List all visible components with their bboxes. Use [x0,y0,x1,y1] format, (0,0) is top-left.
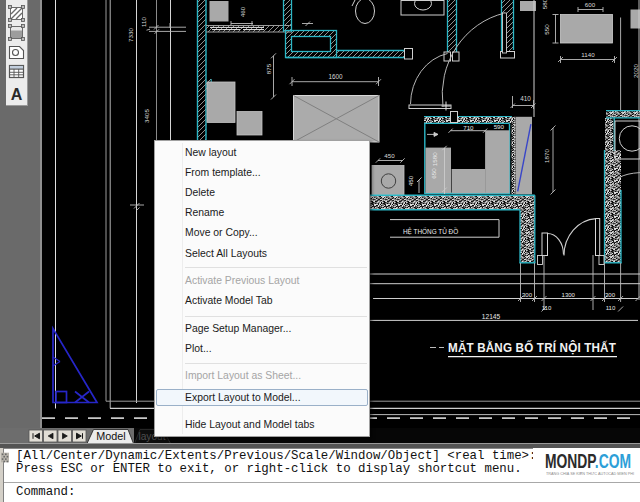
svg-text:2020: 2020 [632,64,639,78]
svg-text:110: 110 [606,305,616,311]
svg-text:12145: 12145 [482,313,501,320]
svg-text:300: 300 [522,292,533,298]
svg-text:110: 110 [140,17,147,27]
svg-text:450: 450 [384,152,395,159]
svg-text:A: A [11,86,23,103]
svg-text:1300: 1300 [562,292,576,298]
svg-text:1870: 1870 [543,149,550,163]
svg-text:450: 450 [407,175,414,186]
svg-text:3405: 3405 [143,109,150,123]
svg-text:710: 710 [463,124,474,131]
svg-text:590: 590 [494,123,505,130]
svg-text:HỆ THỐNG TỦ ĐỒ: HỆ THỐNG TỦ ĐỒ [403,226,458,235]
svg-text:410: 410 [520,95,531,102]
svg-text:650: 650 [430,168,437,179]
svg-text:580: 580 [541,0,548,9]
svg-text:875: 875 [265,63,272,74]
svg-text:7330: 7330 [127,28,134,42]
svg-text:460: 460 [239,6,246,17]
svg-text:550: 550 [543,24,550,35]
svg-text:1140: 1140 [581,51,595,58]
svg-text:Model: Model [96,430,125,442]
svg-text:MẶT BẰNG BỐ TRÍ NỘI THẤT: MẶT BẰNG BỐ TRÍ NỘI THẤT [448,340,616,355]
svg-text:300: 300 [605,292,616,298]
svg-text:1580: 1580 [431,152,438,166]
svg-text:110: 110 [542,305,552,311]
svg-text:600: 600 [585,1,596,8]
svg-text:1600: 1600 [328,73,343,80]
